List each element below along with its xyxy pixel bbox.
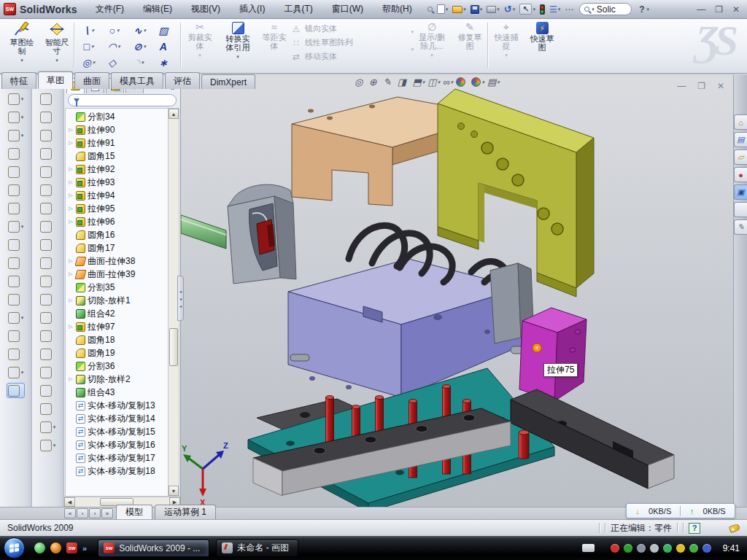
minimize-icon[interactable]: — — [697, 4, 705, 15]
custom-properties-icon[interactable]: ✎ — [734, 219, 747, 235]
extruded-cut-icon[interactable]: ▾ — [8, 109, 24, 125]
expand-arrow-icon[interactable]: ▷ — [68, 376, 74, 382]
tree-item[interactable]: ▷ 分割35 — [68, 281, 168, 294]
tree-item[interactable]: ▷ 拉伸96 — [68, 215, 168, 228]
expand-arrow-icon[interactable]: ▷ — [68, 206, 74, 211]
tab-mold-tools[interactable]: 模具工具 — [111, 72, 163, 89]
slide-core-block[interactable] — [228, 184, 296, 284]
instant3d-icon[interactable]: ▾ — [7, 383, 26, 398]
view-settings-icon[interactable]: ▤▾ — [487, 77, 500, 88]
display-style-icon[interactable]: ◫▾ — [427, 77, 440, 88]
open-icon[interactable]: ▾ — [451, 5, 468, 14]
hide-show-items-icon[interactable]: ∞▾ — [443, 77, 453, 88]
circle-icon[interactable]: ○▾ — [101, 23, 127, 39]
scroll-up-icon[interactable]: ▲ — [169, 109, 179, 119]
intersect-icon[interactable]: ▾ — [8, 255, 24, 271]
expand-arrow-icon[interactable]: ▷ — [68, 271, 74, 277]
boundary-surface-icon[interactable]: ▾ — [40, 146, 56, 161]
core-tube[interactable] — [181, 215, 226, 249]
restore-icon[interactable]: ❐ — [715, 4, 723, 15]
expand-arrow-icon[interactable]: ▷ — [68, 192, 74, 198]
viewport-3d-model[interactable]: Y Z X — [181, 75, 733, 507]
thicken-icon[interactable]: ▾ — [40, 310, 56, 325]
print-icon[interactable]: ▾ — [485, 5, 501, 14]
health-tray-icon[interactable] — [689, 544, 698, 553]
extend-surface-icon[interactable]: ▾ — [40, 237, 56, 252]
tree-item[interactable]: ▷ 实体-移动/复制15 — [68, 425, 168, 438]
menu-item[interactable]: 帮助(H) — [373, 0, 422, 19]
extruded-surface-icon[interactable]: ▾ — [40, 128, 56, 143]
polygon-icon[interactable]: ◇▾ — [101, 55, 127, 71]
tree-item[interactable]: ▷ 实体-移动/复制16 — [68, 438, 168, 451]
tree-item[interactable]: ▷ 组合43 — [68, 386, 168, 399]
tree-item[interactable]: ▷ 拉伸90 — [68, 123, 168, 136]
doc-close-icon[interactable]: ✕ — [717, 81, 724, 91]
sync-tray-icon[interactable] — [663, 544, 672, 553]
design-library-icon[interactable]: ▤ — [734, 132, 747, 147]
curve-icon[interactable]: ▾ — [8, 365, 24, 380]
ellipse-icon[interactable]: ⊘▾ — [127, 39, 152, 55]
surface-curve-icon[interactable]: ▾ — [40, 438, 56, 453]
tab-nav-button[interactable]: » — [101, 508, 113, 518]
apply-scene-icon[interactable]: ▾ — [471, 77, 484, 87]
search-scope-caret-icon[interactable]: ▾ — [592, 7, 595, 12]
trim-surface-icon[interactable]: ▾ — [40, 365, 56, 380]
tree-item[interactable]: ▷ 拉伸91 — [68, 136, 168, 149]
expand-arrow-icon[interactable]: ▷ — [68, 324, 74, 330]
offset-surface-icon[interactable]: ▾ — [40, 201, 56, 216]
solidworks-task-button[interactable]: SW SolidWorks 2009 - ... — [98, 540, 209, 557]
tree-item[interactable]: ▷ 圆角18 — [68, 333, 168, 346]
panel-splitter-handle[interactable]: ◂◂◂ — [177, 276, 184, 321]
zoom-fit-icon[interactable]: ◎▾ — [355, 77, 366, 88]
select-contours-icon[interactable]: ▨▾ — [152, 23, 178, 39]
text-icon[interactable]: A▾ — [152, 39, 178, 55]
tree-item[interactable]: ▷ 圆角16 — [68, 228, 168, 241]
tab-dimxpert[interactable]: DimXpert — [201, 74, 255, 89]
rapid-sketch-button[interactable]: ⚡ 快速草 图 — [525, 22, 559, 52]
tab-nav-button[interactable]: ‹ — [77, 508, 88, 518]
tree-item[interactable]: ▷ 切除-放样1 — [68, 294, 168, 307]
antivirus-tray-icon[interactable] — [611, 544, 619, 553]
expand-arrow-icon[interactable]: ▷ — [68, 140, 74, 146]
tab-nav-button[interactable]: « — [64, 508, 76, 518]
messenger-icon[interactable] — [34, 542, 45, 553]
new-document-icon[interactable]: ▾ — [436, 4, 450, 15]
line-icon[interactable]: ∖▾ — [76, 23, 101, 39]
menu-item[interactable]: 工具(T) — [274, 0, 322, 19]
point-icon[interactable]: ∗▾ — [152, 55, 178, 71]
tree-filter-input[interactable] — [68, 94, 177, 106]
untrim-surface-icon[interactable]: ▾ — [40, 292, 56, 307]
tree-item[interactable]: ▷ 拉伸92 — [68, 163, 168, 176]
expand-arrow-icon[interactable]: ▷ — [68, 127, 74, 133]
expand-arrow-icon[interactable]: ▷ — [68, 179, 74, 185]
select-icon[interactable]: ↖▾ — [518, 3, 537, 15]
arc-icon[interactable]: ◠▾ — [101, 39, 127, 55]
tab-nav-button[interactable]: › — [89, 508, 101, 518]
tree-item[interactable]: ▷ 拉伸93 — [68, 176, 168, 189]
sketch-button[interactable]: 草图绘 制 ▾ — [6, 22, 38, 65]
undo-icon[interactable]: ↺▾ — [503, 4, 516, 14]
expand-arrow-icon[interactable]: ▷ — [68, 258, 74, 264]
save-icon[interactable]: ▾ — [469, 4, 484, 15]
knit-surface-icon[interactable]: ▾ — [40, 164, 56, 179]
network-tray-icon[interactable] — [703, 544, 711, 553]
reference-plane-icon[interactable]: ▾ — [8, 328, 24, 343]
appearances-icon[interactable] — [734, 202, 747, 217]
planar-surface-icon[interactable]: ▾ — [40, 182, 56, 198]
sketch-fillet-icon[interactable]: ◝▾ — [127, 55, 152, 71]
convert-entities-button[interactable]: 转换实 体引用 ▾ — [219, 22, 257, 61]
filled-surface-icon[interactable]: ▾ — [40, 255, 56, 271]
options-icon[interactable]: ☰▾ — [548, 4, 562, 15]
menu-item[interactable]: 视图(V) — [182, 0, 230, 19]
fillet-icon[interactable]: ▾ — [8, 128, 24, 143]
close-icon[interactable]: ✕ — [732, 4, 740, 15]
doc-minimize-icon[interactable]: — — [677, 81, 686, 91]
tree-item[interactable]: ▷ 拉伸94 — [68, 189, 168, 202]
help-icon[interactable]: ?▾ — [636, 4, 651, 15]
revolved-surface-icon[interactable]: ▾ — [40, 109, 56, 125]
tree-item[interactable]: ▷ 圆角17 — [68, 241, 168, 254]
scroll-left-icon[interactable]: ◀ — [64, 497, 75, 507]
menu-item[interactable]: 窗口(W) — [322, 0, 373, 19]
more-commands-icon[interactable]: ⋯ — [563, 4, 575, 15]
start-button[interactable] — [4, 537, 25, 559]
